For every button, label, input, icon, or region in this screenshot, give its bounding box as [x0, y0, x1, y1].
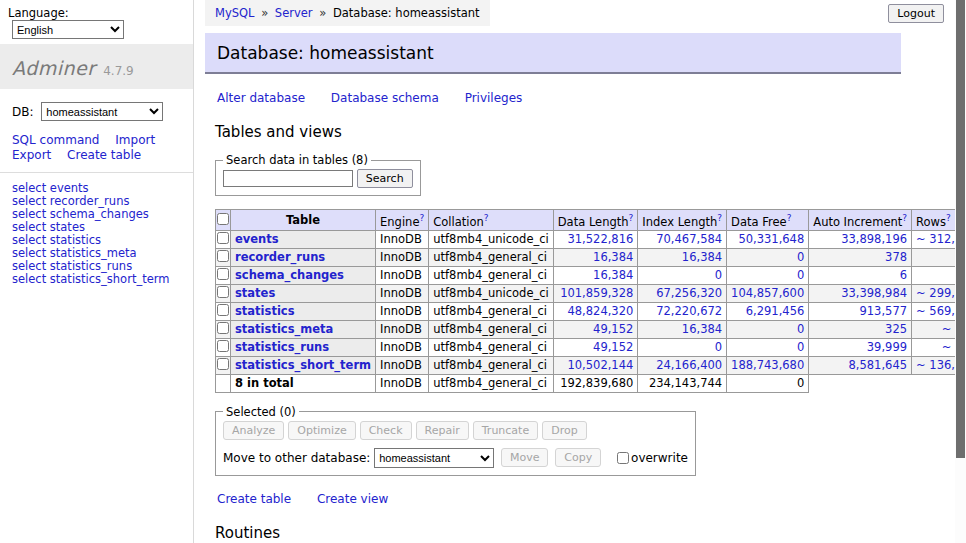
cell-data-free-link[interactable]: 6,291,456	[746, 304, 805, 318]
row-checkbox-statistics_meta[interactable]	[217, 322, 229, 334]
cell-index-length-link[interactable]: 16,384	[682, 250, 722, 264]
row-checkbox-events[interactable]	[217, 232, 229, 244]
cell-table-name: states	[231, 284, 376, 302]
row-checkbox-states[interactable]	[217, 286, 229, 298]
cell-checkbox	[216, 284, 231, 302]
breadcrumb-separator: »	[319, 6, 326, 20]
sql-command-link[interactable]: SQL command	[12, 133, 99, 147]
selected-fieldset: Selected (0) AnalyzeOptimizeCheckRepairT…	[215, 405, 696, 476]
cell-index-length-link[interactable]: 24,166,400	[656, 358, 722, 372]
column-help-link[interactable]: ?	[629, 213, 634, 223]
sidebar: Language: English Adminer 4.7.9 DB: home…	[0, 0, 194, 543]
cell-data-free-link[interactable]: 0	[797, 340, 804, 354]
row-checkbox-statistics_short_term[interactable]	[217, 358, 229, 370]
cell-data-free: 6,291,456	[727, 302, 809, 320]
optimize-button[interactable]: Optimize	[288, 421, 355, 440]
table-link-schema_changes[interactable]: schema_changes	[235, 268, 344, 282]
cell-data-free-link[interactable]: 50,331,648	[738, 232, 804, 246]
cell-data-length: 10,502,144	[553, 356, 638, 374]
row-checkbox-statistics_runs[interactable]	[217, 340, 229, 352]
repair-button[interactable]: Repair	[416, 421, 469, 440]
scrollbar-track[interactable]	[955, 0, 966, 543]
db-row: DB: homeassistant	[0, 89, 193, 123]
cell-data-free-link[interactable]: 0	[797, 250, 804, 264]
check-button[interactable]: Check	[360, 421, 412, 440]
cell-data-free-link[interactable]: 188,743,680	[731, 358, 804, 372]
move-db-select[interactable]: homeassistant	[374, 448, 494, 468]
cell-data-length-link[interactable]: 49,152	[593, 322, 633, 336]
export-link[interactable]: Export	[12, 148, 51, 162]
cell-index-length-link[interactable]: 67,256,320	[656, 286, 722, 300]
cell-index-length-link[interactable]: 16,384	[682, 322, 722, 336]
cell-index-length-link[interactable]: 0	[715, 340, 722, 354]
create-table-link-sidebar[interactable]: Create table	[67, 148, 141, 162]
table-link-statistics[interactable]: statistics	[235, 304, 295, 318]
row-checkbox-statistics[interactable]	[217, 304, 229, 316]
cell-auto-increment-link[interactable]: 6	[900, 268, 907, 282]
import-link[interactable]: Import	[115, 133, 155, 147]
privileges-link[interactable]: Privileges	[465, 91, 523, 105]
cell-data-length-link[interactable]: 101,859,328	[560, 286, 633, 300]
analyze-button[interactable]: Analyze	[223, 421, 284, 440]
table-row-statistics: statisticsInnoDButf8mb4_general_ci48,824…	[216, 302, 966, 320]
column-help-link[interactable]: ?	[787, 213, 792, 223]
cell-data-length-link[interactable]: 31,522,816	[567, 232, 633, 246]
cell-collation: utf8mb4_general_ci	[429, 320, 554, 338]
select-all-checkbox[interactable]	[217, 213, 229, 225]
cell-data-length-link[interactable]: 49,152	[593, 340, 633, 354]
breadcrumb-sub-link[interactable]: Server	[275, 6, 313, 20]
table-link-statistics_short_term[interactable]: statistics_short_term	[235, 358, 371, 372]
cell-auto-increment-link[interactable]: 913,577	[859, 304, 907, 318]
cell-data-length-link[interactable]: 16,384	[593, 268, 633, 282]
table-link-statistics_runs[interactable]: statistics_runs	[235, 340, 329, 354]
scrollbar-thumb[interactable]	[956, 0, 965, 458]
cell-data-length-link[interactable]: 10,502,144	[567, 358, 633, 372]
column-help-link[interactable]: ?	[717, 213, 722, 223]
cell-auto-increment: 378	[809, 248, 912, 266]
breadcrumb-server-link[interactable]: MySQL	[215, 6, 255, 20]
cell-collation: utf8mb4_general_ci	[429, 338, 554, 356]
row-checkbox-recorder_runs[interactable]	[217, 250, 229, 262]
db-select[interactable]: homeassistant	[41, 102, 163, 121]
database-schema-link[interactable]: Database schema	[331, 91, 439, 105]
table-link-recorder_runs[interactable]: recorder_runs	[235, 250, 325, 264]
row-checkbox-schema_changes[interactable]	[217, 268, 229, 280]
cell-data-length: 31,522,816	[553, 230, 638, 248]
cell-auto-increment-link[interactable]: 39,999	[867, 340, 907, 354]
cell-table-name: recorder_runs	[231, 248, 376, 266]
search-button[interactable]: Search	[357, 169, 413, 188]
cell-index-length-link[interactable]: 0	[715, 268, 722, 282]
column-help-link[interactable]: ?	[946, 213, 951, 223]
language-select[interactable]: English	[12, 20, 124, 39]
cell-auto-increment-link[interactable]: 33,898,196	[841, 232, 907, 246]
column-help-link[interactable]: ?	[484, 213, 489, 223]
cell-auto-increment-link[interactable]: 8,581,645	[849, 358, 908, 372]
overwrite-checkbox[interactable]	[617, 452, 629, 464]
drop-button[interactable]: Drop	[542, 421, 586, 440]
cell-data-free-link[interactable]: 0	[797, 322, 804, 336]
move-button[interactable]: Move	[501, 448, 549, 467]
cell-index-length-link[interactable]: 70,467,584	[656, 232, 722, 246]
create-view-link[interactable]: Create view	[317, 492, 388, 506]
table-link-states[interactable]: states	[235, 286, 275, 300]
column-help-link[interactable]: ?	[419, 213, 424, 223]
table-link-events[interactable]: events	[235, 232, 279, 246]
cell-auto-increment-link[interactable]: 325	[885, 322, 907, 336]
logout-button[interactable]: Logout	[888, 4, 944, 23]
search-input[interactable]	[223, 170, 353, 187]
copy-button[interactable]: Copy	[555, 448, 601, 467]
sidebar-select-statistics_short_term[interactable]: select statistics_short_term	[12, 273, 181, 286]
cell-data-free-link[interactable]: 0	[797, 268, 804, 282]
truncate-button[interactable]: Truncate	[473, 421, 538, 440]
cell-data-free-link[interactable]: 104,857,600	[731, 286, 804, 300]
alter-database-link[interactable]: Alter database	[217, 91, 305, 105]
cell-data-length-link[interactable]: 48,824,320	[567, 304, 633, 318]
cell-data-length-link[interactable]: 16,384	[593, 250, 633, 264]
create-table-link[interactable]: Create table	[217, 492, 291, 506]
cell-auto-increment-link[interactable]: 378	[885, 250, 907, 264]
cell-index-length-link[interactable]: 72,220,672	[656, 304, 722, 318]
cell-auto-increment-link[interactable]: 33,398,984	[841, 286, 907, 300]
cell-data-length: 49,152	[553, 320, 638, 338]
column-help-link[interactable]: ?	[902, 213, 907, 223]
table-link-statistics_meta[interactable]: statistics_meta	[235, 322, 333, 336]
